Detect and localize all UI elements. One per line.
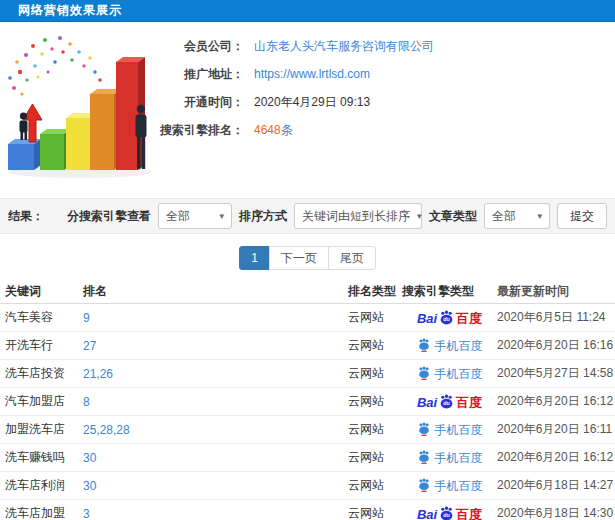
- table-row: 洗车店加盟 3 云网站 Bai du 百度 2020年6月18日 14:30: [0, 500, 615, 520]
- keyword-cell: 加盟洗车店: [0, 421, 83, 438]
- engine-cell: 手机百度: [402, 338, 497, 354]
- keyword-rank-table: 关键词 排名 排名类型 搜索引擎类型 最新更新时间 汽车美容 9 云网站 Bai…: [0, 279, 615, 520]
- keyword-cell: 汽车加盟店: [0, 393, 83, 410]
- member-company-link[interactable]: 山东老人头汽车服务咨询有限公司: [254, 39, 434, 53]
- rank-type-cell: 云网站: [348, 449, 402, 466]
- engine-filter-label: 分搜索引擎查看: [67, 208, 151, 225]
- baidu-paw-icon: [417, 422, 431, 438]
- company-info-section: 会员公司： 山东老人头汽车服务咨询有限公司 推广地址： https://www.…: [0, 22, 615, 184]
- baidu-logo: Bai du 百度: [417, 310, 482, 325]
- company-info-list: 会员公司： 山东老人头汽车服务咨询有限公司 推广地址： https://www.…: [160, 22, 615, 184]
- table-row: 加盟洗车店 25,28,28 云网站 手机百度 2020年6月20日 16:11: [0, 416, 615, 444]
- promo-url-label: 推广地址：: [160, 66, 244, 83]
- header-engine-type: 搜索引擎类型: [402, 283, 497, 300]
- engine-rank-row: 搜索引擎排名： 4648条: [160, 116, 615, 144]
- blue-bar-icon: [8, 139, 41, 170]
- date-cell: 2020年6月18日 14:30: [497, 505, 615, 520]
- rank-link[interactable]: 30: [83, 479, 96, 493]
- date-cell: 2020年6月20日 16:12: [497, 393, 615, 410]
- engine-cell: 手机百度: [402, 450, 497, 466]
- engine-cell: 手机百度: [402, 478, 497, 494]
- last-page-button[interactable]: 尾页: [328, 246, 376, 270]
- table-row: 汽车美容 9 云网站 Bai du 百度 2020年6月5日 11:24: [0, 304, 615, 332]
- open-time-value: 2020年4月29日 09:13: [244, 94, 370, 111]
- baidu-paw-icon: [417, 478, 431, 494]
- mobile-baidu-logo: 手机百度: [417, 366, 483, 382]
- engine-cell: 手机百度: [402, 422, 497, 438]
- sort-label: 排序方式: [239, 208, 287, 225]
- rank-link[interactable]: 25,28,28: [83, 423, 130, 437]
- member-company-label: 会员公司：: [160, 38, 244, 55]
- date-cell: 2020年6月5日 11:24: [497, 309, 615, 326]
- engine-filter-select[interactable]: 全部 ▾: [158, 203, 232, 229]
- rank-link[interactable]: 9: [83, 311, 90, 325]
- date-cell: 2020年6月20日 16:16: [497, 337, 615, 354]
- submit-button[interactable]: 提交: [557, 203, 607, 229]
- mobile-baidu-logo: 手机百度: [417, 450, 483, 466]
- filter-bar: 结果： 分搜索引擎查看 全部 ▾ 排序方式 关键词由短到长排序 ▾ 文章类型 全…: [0, 198, 615, 234]
- mobile-baidu-logo: 手机百度: [417, 422, 483, 438]
- rank-link[interactable]: 8: [83, 395, 90, 409]
- rank-type-cell: 云网站: [348, 337, 402, 354]
- rank-type-cell: 云网站: [348, 505, 402, 520]
- businessman-left-icon: [20, 112, 28, 140]
- engine-rank-label: 搜索引擎排名：: [160, 122, 244, 139]
- rank-type-cell: 云网站: [348, 309, 402, 326]
- rank-link[interactable]: 27: [83, 339, 96, 353]
- header-rank: 排名: [83, 283, 348, 300]
- open-time-row: 开通时间： 2020年4月29日 09:13: [160, 88, 615, 116]
- mobile-baidu-logo: 手机百度: [417, 478, 483, 494]
- rank-link[interactable]: 21,26: [83, 367, 113, 381]
- chevron-down-icon: ▾: [219, 211, 224, 221]
- mobile-baidu-logo: 手机百度: [417, 338, 483, 354]
- baidu-paw-icon: [417, 338, 431, 354]
- bar-chart-clipart-icon: [0, 22, 160, 182]
- red-bar-icon: [116, 57, 145, 170]
- rank-type-cell: 云网站: [348, 393, 402, 410]
- growth-chart-illustration: [0, 22, 160, 182]
- article-type-select[interactable]: 全部 ▾: [484, 203, 550, 229]
- date-cell: 2020年6月20日 16:12: [497, 449, 615, 466]
- date-cell: 2020年5月27日 14:58: [497, 365, 615, 382]
- chevron-down-icon: ▾: [417, 211, 422, 221]
- keyword-cell: 汽车美容: [0, 309, 83, 326]
- baidu-paw-icon: [417, 450, 431, 466]
- next-page-button[interactable]: 下一页: [269, 246, 329, 270]
- keyword-cell: 洗车店加盟: [0, 505, 83, 520]
- baidu-paw-icon: du: [438, 310, 455, 325]
- baidu-logo: Bai du 百度: [417, 506, 482, 520]
- header-keyword: 关键词: [0, 283, 83, 300]
- filter-controls: 分搜索引擎查看 全部 ▾ 排序方式 关键词由短到长排序 ▾ 文章类型 全部 ▾ …: [67, 203, 607, 229]
- svg-text:du: du: [443, 401, 450, 407]
- baidu-logo: Bai du 百度: [417, 394, 482, 409]
- rank-type-cell: 云网站: [348, 477, 402, 494]
- svg-text:du: du: [443, 513, 450, 519]
- baidu-paw-icon: du: [438, 394, 455, 409]
- page-1-button[interactable]: 1: [239, 246, 270, 270]
- date-cell: 2020年6月20日 16:11: [497, 421, 615, 438]
- date-cell: 2020年6月18日 14:27: [497, 477, 615, 494]
- keyword-cell: 洗车店投资: [0, 365, 83, 382]
- rank-type-cell: 云网站: [348, 365, 402, 382]
- table-row: 汽车加盟店 8 云网站 Bai du 百度 2020年6月20日 16:12: [0, 388, 615, 416]
- keyword-cell: 洗车店利润: [0, 477, 83, 494]
- rank-link[interactable]: 3: [83, 507, 90, 520]
- promo-url-link[interactable]: https://www.lrtlsd.com: [254, 67, 370, 81]
- engine-cell: Bai du 百度: [402, 394, 497, 409]
- open-time-label: 开通时间：: [160, 94, 244, 111]
- results-label: 结果：: [8, 208, 44, 225]
- engine-rank-unit: 条: [281, 123, 293, 137]
- sort-select[interactable]: 关键词由短到长排序 ▾: [294, 203, 422, 229]
- confetti-dots-icon: [8, 36, 102, 96]
- svg-text:du: du: [443, 317, 450, 323]
- table-header-row: 关键词 排名 排名类型 搜索引擎类型 最新更新时间: [0, 279, 615, 304]
- chevron-down-icon: ▾: [537, 211, 542, 221]
- table-row: 开洗车行 27 云网站 手机百度 2020年6月20日 16:16: [0, 332, 615, 360]
- rank-link[interactable]: 30: [83, 451, 96, 465]
- baidu-paw-icon: [417, 366, 431, 382]
- engine-cell: Bai du 百度: [402, 506, 497, 520]
- baidu-paw-icon: du: [438, 506, 455, 520]
- pagination: 1 下一页 尾页: [0, 246, 615, 270]
- promo-url-row: 推广地址： https://www.lrtlsd.com: [160, 60, 615, 88]
- header-updated: 最新更新时间: [497, 283, 615, 300]
